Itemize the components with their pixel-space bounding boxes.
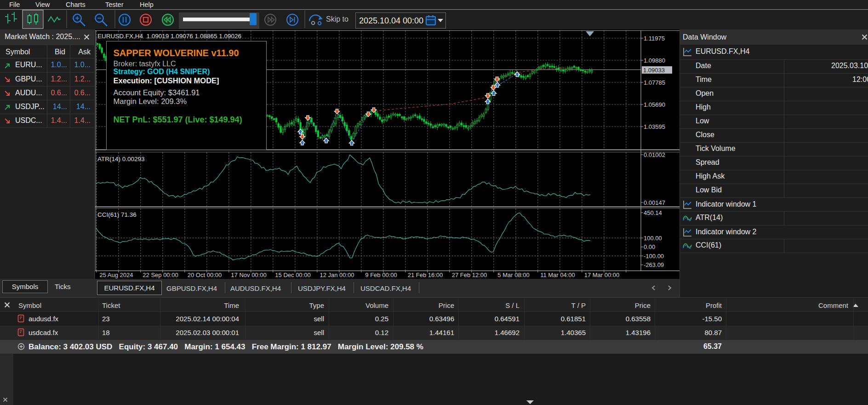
- svg-text:CCI(61) 71.36: CCI(61) 71.36: [97, 211, 137, 218]
- svg-text:5 Mar 08:00: 5 Mar 08:00: [497, 272, 529, 278]
- svg-text:0.01002: 0.01002: [644, 151, 665, 158]
- svg-text:1.11975: 1.11975: [644, 35, 665, 42]
- svg-text:17 Mar 00:00: 17 Mar 00:00: [584, 272, 620, 278]
- svg-text:12 Jan 00:00: 12 Jan 00:00: [320, 272, 354, 278]
- svg-text:9 Feb 00:00: 9 Feb 00:00: [365, 272, 397, 278]
- svg-text:11 Mar 04:00: 11 Mar 04:00: [540, 272, 575, 278]
- svg-text:1.05690: 1.05690: [644, 101, 665, 108]
- svg-text:17 Nov 00:00: 17 Nov 00:00: [231, 272, 266, 278]
- svg-text:15 Dec 00:00: 15 Dec 00:00: [275, 272, 310, 278]
- svg-text:1.07785: 1.07785: [644, 79, 665, 86]
- svg-text:450.14: 450.14: [644, 209, 662, 216]
- svg-text:1.09033: 1.09033: [643, 67, 665, 74]
- svg-text:27 Feb 12:00: 27 Feb 12:00: [452, 272, 487, 278]
- svg-text:25 Aug 2024: 25 Aug 2024: [99, 272, 133, 278]
- svg-text:0.00: 0.00: [644, 243, 655, 250]
- svg-text:-263.09: -263.09: [644, 261, 664, 268]
- svg-text:-100.00: -100.00: [644, 253, 664, 260]
- svg-text:EURUSD.FX,H4 1.09019 1.09076: EURUSD.FX,H4 1.09019 1.09076 1.08865 1.0…: [97, 33, 241, 40]
- svg-text:20 Oct 00:00: 20 Oct 00:00: [188, 272, 222, 278]
- svg-text:100.00: 100.00: [644, 235, 662, 242]
- svg-text:22 Sep 00:00: 22 Sep 00:00: [143, 272, 178, 278]
- svg-text:21 Feb 16:00: 21 Feb 16:00: [408, 272, 443, 278]
- svg-text:1.03595: 1.03595: [644, 123, 665, 130]
- svg-text:0.00147: 0.00147: [644, 199, 665, 206]
- svg-text:1.09880: 1.09880: [644, 57, 665, 64]
- svg-text:ATR(14) 0.00293: ATR(14) 0.00293: [97, 156, 145, 162]
